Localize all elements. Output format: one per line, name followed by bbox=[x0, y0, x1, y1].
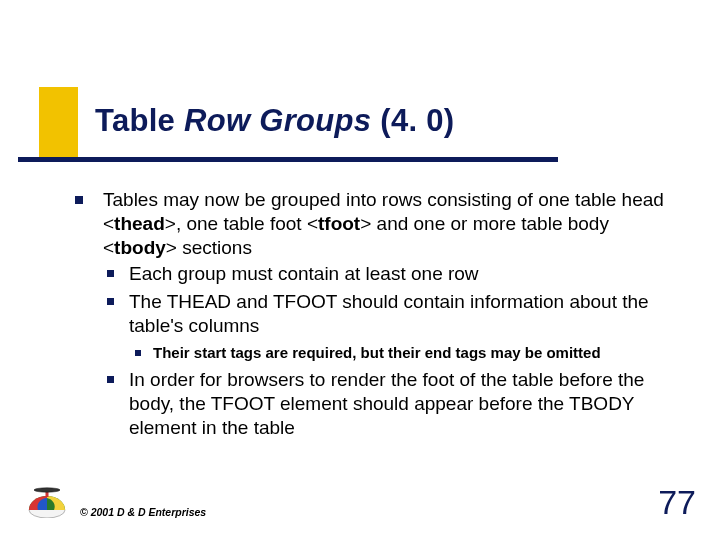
bullet-l3-1: Their start tags are required, but their… bbox=[129, 344, 675, 363]
slide-title: Table Row Groups (4. 0) bbox=[95, 103, 454, 139]
title-part1: Table bbox=[95, 103, 184, 138]
title-part2: (4. 0) bbox=[371, 103, 454, 138]
keyword-tbody: tbody bbox=[114, 237, 166, 258]
page-number: 77 bbox=[658, 483, 696, 522]
keyword-thead: thead bbox=[114, 213, 165, 234]
title-italic: Row Groups bbox=[184, 103, 371, 138]
slide: Table Row Groups (4. 0) Tables may now b… bbox=[0, 0, 720, 540]
keyword-tfoot: tfoot bbox=[318, 213, 360, 234]
bullet-l2-1: Each group must contain at least one row bbox=[103, 262, 675, 286]
bullet-l1-1: Tables may now be grouped into rows cons… bbox=[75, 188, 675, 440]
bullet-l2-2: The THEAD and TFOOT should contain infor… bbox=[103, 290, 675, 362]
bullet-l2-3: In order for browsers to render the foot… bbox=[103, 368, 675, 439]
text: >, one table foot < bbox=[165, 213, 318, 234]
text: > sections bbox=[166, 237, 252, 258]
title-accent-block bbox=[39, 87, 78, 157]
title-underline bbox=[18, 157, 558, 162]
propeller-hat-icon bbox=[24, 482, 70, 518]
slide-body: Tables may now be grouped into rows cons… bbox=[75, 188, 675, 444]
copyright-text: © 2001 D & D Enterprises bbox=[80, 506, 206, 518]
